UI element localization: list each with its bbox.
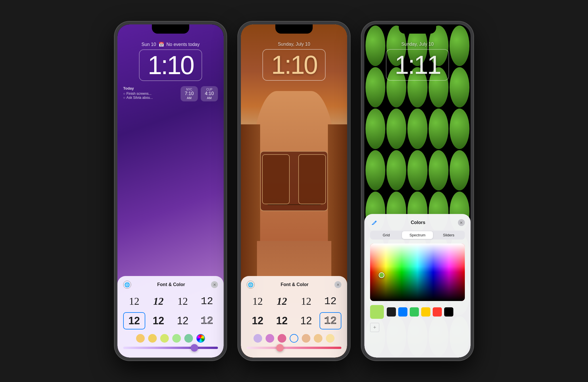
font-item-1-7[interactable]: 12 xyxy=(196,312,218,329)
font-grid-2: 12 12 12 12 12 12 12 12 xyxy=(247,293,341,329)
font-item-1-4[interactable]: 12 xyxy=(123,312,145,329)
task2-circle: ○ xyxy=(123,96,125,100)
panel-close-1[interactable]: ✕ xyxy=(211,281,218,288)
color-dot-1-4[interactable] xyxy=(184,334,193,343)
preset-dark[interactable] xyxy=(444,307,453,317)
font-item-2-1[interactable]: 12 xyxy=(271,293,293,310)
color-dot-2-3[interactable] xyxy=(290,334,298,343)
phone3-time: 1:11 xyxy=(394,52,440,78)
cup-time: 4:10 xyxy=(204,91,215,96)
color-dot-1-5[interactable] xyxy=(196,334,205,343)
task1-circle: ○ xyxy=(123,92,125,96)
colors-swatches xyxy=(370,305,465,319)
font-color-panel-1: 🌐 Font & Color ✕ 12 12 12 12 12 12 12 12 xyxy=(117,276,224,358)
add-color-button[interactable]: + xyxy=(370,323,379,332)
color-slider-2[interactable] xyxy=(247,347,341,349)
font-item-1-6[interactable]: 12 xyxy=(172,312,194,329)
color-dot-1-1[interactable] xyxy=(148,334,157,343)
task-1: ○ Finish screens... xyxy=(123,92,178,96)
panel-header-1: 🌐 Font & Color ✕ xyxy=(123,281,218,289)
colors-panel-3: Colors ✕ Grid Spectrum Sliders xyxy=(364,214,471,358)
cup-city: CUP xyxy=(204,88,215,91)
preset-black[interactable] xyxy=(387,307,396,317)
phone1-time-box: 1:10 xyxy=(139,49,202,81)
phone-1: Sun 10 📅 No events today 1:10 Today ○ Fi… xyxy=(115,22,227,360)
font-item-1-3[interactable]: 12 xyxy=(196,293,218,310)
font-item-2-2[interactable]: 12 xyxy=(295,293,317,310)
colors-panel-close[interactable]: ✕ xyxy=(458,219,465,226)
color-dot-2-2[interactable] xyxy=(278,334,286,343)
nyc-time: 7:10 xyxy=(183,91,195,96)
eyedropper-button[interactable] xyxy=(370,219,378,227)
font-item-2-6[interactable]: 12 xyxy=(295,312,317,329)
font-item-2-3[interactable]: 12 xyxy=(320,293,342,310)
notch-2 xyxy=(275,24,313,34)
color-dot-1-0[interactable] xyxy=(136,334,145,343)
nyc-city: NYC xyxy=(183,88,195,91)
panel-close-2[interactable]: ✕ xyxy=(334,281,341,288)
tab-sliders[interactable]: Sliders xyxy=(433,231,464,239)
font-grid-1: 12 12 12 12 12 12 12 12 xyxy=(123,293,218,329)
phone3-time-box: 1:11 xyxy=(386,49,449,81)
phone1-date: Sun 10 xyxy=(142,42,156,47)
widget-reminders: Today ○ Finish screens... ○ Ask Silvia a… xyxy=(123,86,178,100)
color-dot-2-4[interactable] xyxy=(302,334,310,343)
phone1-header: Sun 10 📅 No events today xyxy=(142,42,200,47)
tab-grid[interactable]: Grid xyxy=(371,231,402,239)
phone2-time: 1:10 xyxy=(271,52,317,78)
font-item-1-5[interactable]: 12 xyxy=(148,312,170,329)
color-dot-1-3[interactable] xyxy=(172,334,181,343)
colors-panel-header: Colors ✕ xyxy=(370,219,465,227)
font-item-2-4[interactable]: 12 xyxy=(247,312,269,329)
task-2: ○ Ask Silvia abou... xyxy=(123,96,178,100)
reminders-title: Today xyxy=(123,86,178,90)
notch-1 xyxy=(152,24,189,34)
color-dot-2-6[interactable] xyxy=(326,334,334,343)
panel-header-2: 🌐 Font & Color ✕ xyxy=(247,281,341,289)
task1-label: Finish screens... xyxy=(126,92,151,96)
spectrum-selector[interactable] xyxy=(379,272,384,278)
phone1-time: 1:10 xyxy=(148,52,193,78)
font-item-1-0[interactable]: 12 xyxy=(123,293,145,310)
slider-thumb-2[interactable] xyxy=(276,344,284,352)
panel-title-2: Font & Color xyxy=(281,282,309,287)
font-color-panel-2: 🌐 Font & Color ✕ 12 12 12 12 12 12 12 12 xyxy=(241,276,347,358)
spectrum-canvas[interactable] xyxy=(370,244,465,301)
color-slider-1[interactable] xyxy=(123,347,218,349)
color-dots-2 xyxy=(247,334,341,343)
font-item-2-5[interactable]: 12 xyxy=(271,312,293,329)
slider-thumb-1[interactable] xyxy=(191,344,198,352)
color-dot-1-2[interactable] xyxy=(160,334,169,343)
phone-3: Sunday, July 10 1:11 Colors ✕ xyxy=(361,22,473,360)
color-preview xyxy=(370,305,384,319)
phone1-calendar-label: No events today xyxy=(167,42,200,47)
colors-panel-title: Colors xyxy=(411,220,425,225)
font-item-2-0[interactable]: 12 xyxy=(247,293,269,310)
panel-title-1: Font & Color xyxy=(157,282,185,287)
font-item-1-1[interactable]: 12 xyxy=(148,293,170,310)
phone2-date: Sunday, July 10 xyxy=(278,42,310,47)
font-item-1-2[interactable]: 12 xyxy=(172,293,194,310)
task2-label: Ask Silvia abou... xyxy=(126,96,153,100)
color-tabs: Grid Spectrum Sliders xyxy=(370,231,465,240)
tab-spectrum[interactable]: Spectrum xyxy=(402,231,433,239)
color-dots-1 xyxy=(123,334,218,343)
globe-button-2[interactable]: 🌐 xyxy=(247,281,255,289)
color-dot-2-1[interactable] xyxy=(266,334,274,343)
preset-red[interactable] xyxy=(433,307,442,317)
calendar-icon: 📅 xyxy=(158,42,164,47)
widget-clock-nyc: NYC 7:10 AM xyxy=(181,86,198,101)
color-dot-2-0[interactable] xyxy=(254,334,262,343)
preset-colors xyxy=(387,307,453,317)
phone3-date: Sunday, July 10 xyxy=(401,42,434,47)
cup-ampm: AM xyxy=(204,96,215,100)
color-dot-2-5[interactable] xyxy=(314,334,322,343)
font-item-2-7[interactable]: 12 xyxy=(320,312,342,329)
widget-clock-cup: CUP 4:10 AM xyxy=(201,86,218,101)
globe-button-1[interactable]: 🌐 xyxy=(123,281,131,289)
phone-2: Sunday, July 10 1:10 🌐 Font & Color ✕ 12… xyxy=(238,22,350,360)
preset-blue[interactable] xyxy=(398,307,407,317)
preset-green[interactable] xyxy=(410,307,419,317)
preset-yellow[interactable] xyxy=(421,307,430,317)
nyc-ampm: AM xyxy=(183,96,195,100)
